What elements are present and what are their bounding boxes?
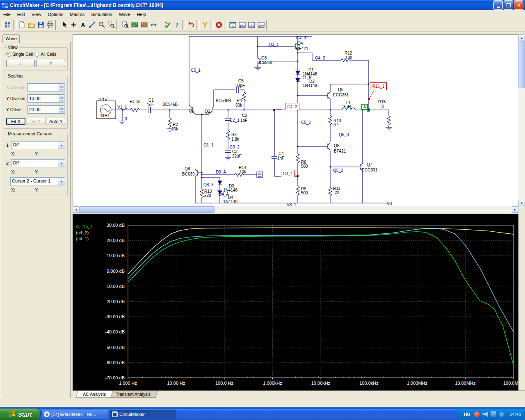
analysis-tab-ac[interactable]: AC Analysis [75, 391, 113, 398]
horizontal-scrollbar[interactable]: ◄ ► [73, 206, 518, 213]
probe-tool-icon[interactable] [200, 21, 210, 30]
tab-wave[interactable]: Wave [2, 34, 20, 43]
waveform-plot[interactable]: 30.00 dB20.00 dB10.00 dB0.000 dB-10.00 d… [73, 214, 518, 390]
svg-text:10.00 Hz: 10.00 Hz [167, 381, 185, 386]
y-division-down-icon[interactable]: ▼ [59, 98, 65, 102]
auto-y-button[interactable]: Auto Y [47, 118, 65, 125]
open-folder-icon[interactable] [27, 21, 36, 30]
y-offset-up-icon[interactable]: ▲ [59, 106, 65, 110]
restore-button[interactable] [504, 0, 513, 10]
cursor-delta-select[interactable]: Cursor 2 - Cursor 1▼ [10, 177, 65, 185]
measurement-cursors-group: Measurement Cursors 1 Off▼ X:Y: 2 Off▼ X… [4, 134, 68, 196]
menu-options[interactable]: Options [44, 11, 66, 18]
security-shield-icon[interactable] [474, 411, 480, 417]
svg-text:30.00 dB: 30.00 dB [107, 223, 125, 228]
title-bar[interactable]: CircuitMaker - [C:\Program Files\...\Hig… [0, 0, 525, 10]
cursor2-select[interactable]: Off▼ [11, 159, 65, 167]
stop-simulation-icon[interactable] [214, 21, 224, 30]
digital-display-b-icon[interactable]: 1F0 [256, 21, 266, 30]
wave-legend: A: r15_1(c4_2)(c4_1) [76, 224, 93, 242]
help-icon[interactable]: ? [172, 21, 182, 30]
start-button[interactable]: Start [0, 409, 40, 420]
digital-display-icon[interactable]: 101 [237, 21, 247, 30]
parts-bin-icon[interactable] [3, 21, 13, 30]
close-button[interactable]: × [514, 0, 523, 10]
network-icon[interactable] [491, 411, 496, 417]
svg-text:101: 101 [240, 24, 245, 27]
print-icon[interactable] [46, 21, 55, 30]
language-indicator[interactable]: HU [462, 411, 472, 417]
vertical-scrollbar[interactable]: ▲ ▼ [518, 34, 525, 206]
taskbar-task-browser[interactable]: e [14] Értesítések - Ho... [42, 410, 108, 419]
fit-x-button[interactable]: Fit X [6, 118, 25, 125]
messenger-icon[interactable] [499, 411, 504, 417]
cursor1-select[interactable]: Off▼ [11, 141, 65, 149]
menu-edit[interactable]: Edit [14, 11, 28, 18]
zoom-page-icon[interactable] [121, 21, 130, 30]
place-part-icon[interactable] [69, 21, 78, 30]
undo-icon[interactable] [186, 21, 196, 30]
save-icon[interactable] [36, 21, 46, 30]
connector-symbol [257, 172, 262, 178]
vertical-scroll-thumb[interactable] [518, 41, 525, 88]
schematic-canvas[interactable]: -1/1V1kHzV1_10R1 1kC11uFBC546BQ1Q2BC546B… [73, 34, 518, 206]
all-cells-radio[interactable]: All Cells [34, 52, 56, 57]
x-division-down-icon[interactable]: ▼ [59, 87, 65, 91]
single-cell-radio[interactable]: Single Cell [6, 52, 33, 57]
radio-icon[interactable] [34, 52, 39, 57]
menu-view[interactable]: View [28, 11, 45, 18]
fit-y-button[interactable]: Fit Y [27, 118, 45, 125]
zoom-in-icon[interactable] [97, 21, 107, 30]
svg-text:?: ? [176, 22, 178, 28]
menu-macros[interactable]: Macros [66, 11, 88, 18]
x-division-input[interactable] [28, 84, 59, 91]
menu-wave[interactable]: Wave [116, 11, 134, 18]
zoom-window-icon[interactable] [107, 21, 116, 30]
select-arrow-icon[interactable] [59, 21, 69, 30]
svg-text:100.0 Hz: 100.0 Hz [215, 381, 233, 386]
svg-text:101: 101 [249, 24, 255, 27]
digital-display-alt-icon[interactable]: 101 [247, 21, 256, 30]
y-division-up-icon[interactable]: ▲ [59, 95, 65, 98]
wire-tool-icon[interactable] [88, 21, 97, 30]
svg-text:-10.00 dB: -10.00 dB [105, 284, 125, 289]
analysis-tab-transient[interactable]: Transient Analysis [108, 391, 158, 398]
wave-legend-entry: A: r15_1 [76, 224, 93, 230]
place-text-icon[interactable]: A [78, 21, 88, 30]
run-simulation-icon[interactable] [163, 21, 172, 30]
menu-file[interactable]: File [0, 11, 14, 18]
scroll-right-icon[interactable]: ► [512, 206, 518, 213]
chevron-down-icon[interactable]: ▼ [58, 142, 65, 149]
chevron-down-icon[interactable]: ▼ [58, 178, 65, 185]
scroll-down-icon[interactable]: ▼ [518, 200, 525, 206]
wave-up-button[interactable]: △ [6, 60, 35, 67]
wave-down-button[interactable]: ▽ [37, 60, 65, 67]
scope-window-icon[interactable] [228, 21, 237, 30]
pcb-board-icon[interactable] [130, 21, 139, 30]
x-division-label: X Division [6, 85, 27, 90]
volume-icon[interactable] [482, 411, 488, 417]
y-offset-down-icon[interactable]: ▼ [59, 110, 65, 113]
pan-horizontal-icon[interactable] [149, 21, 158, 30]
taskbar-task-circuitmaker[interactable]: ▦ CircuitMaker [110, 410, 176, 419]
radio-selected-icon[interactable] [6, 52, 11, 57]
delta-y-label: Y: [35, 187, 39, 192]
cursors-group-title: Measurement Cursors [7, 131, 54, 136]
menu-help[interactable]: Help [133, 11, 149, 18]
menu-simulation[interactable]: Simulation [88, 11, 115, 18]
svg-text:100.0kHz: 100.0kHz [359, 381, 378, 386]
x-division-up-icon[interactable]: ▲ [59, 84, 65, 87]
horizontal-scroll-thumb[interactable] [79, 206, 215, 213]
y-offset-input[interactable] [28, 106, 59, 113]
y-division-input[interactable] [28, 95, 59, 102]
menu-bar: File Edit View Options Macros Simulation… [0, 10, 525, 19]
scroll-up-icon[interactable]: ▲ [518, 34, 525, 41]
all-cells-label: All Cells [41, 52, 56, 57]
pcb-board-alt-icon[interactable] [139, 21, 149, 30]
wires [111, 37, 390, 203]
cursor2-label: 2 [6, 161, 9, 166]
new-file-icon[interactable] [17, 21, 27, 30]
scroll-left-icon[interactable]: ◄ [73, 206, 79, 213]
chevron-down-icon[interactable]: ▼ [58, 160, 65, 167]
minimize-button[interactable] [493, 0, 503, 10]
